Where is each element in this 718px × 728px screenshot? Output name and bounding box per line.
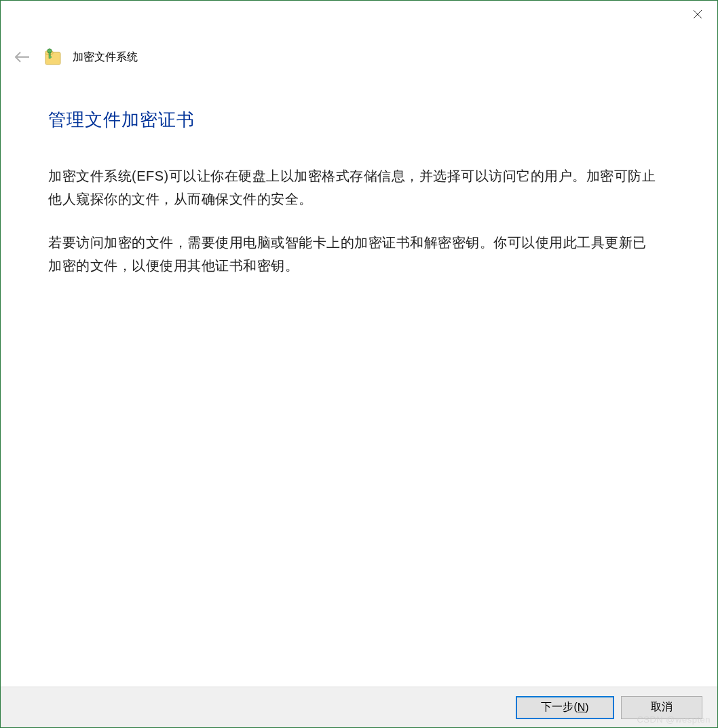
svg-rect-6 [49,56,52,58]
back-button[interactable] [14,49,31,65]
back-arrow-icon [15,52,30,62]
next-button[interactable]: 下一步(N) [516,696,614,719]
wizard-content: 管理文件加密证书 加密文件系统(EFS)可以让你在硬盘上以加密格式存储信息，并选… [1,67,717,277]
wizard-header: 加密文件系统 [1,33,717,67]
intro-paragraph-2: 若要访问加密的文件，需要使用电脑或智能卡上的加密证书和解密密钥。你可以使用此工具… [48,231,659,277]
next-button-suffix: ) [585,702,588,714]
close-icon [693,10,702,19]
app-title: 加密文件系统 [73,50,138,65]
titlebar [1,1,717,33]
efs-folder-key-icon [44,47,62,67]
next-button-accel: N [578,702,586,714]
close-button[interactable] [682,3,713,25]
page-heading: 管理文件加密证书 [48,108,670,132]
next-button-prefix: 下一步( [541,700,577,714]
intro-paragraph-1: 加密文件系统(EFS)可以让你在硬盘上以加密格式存储信息，并选择可以访问它的用户… [48,164,659,211]
cancel-button[interactable]: 取消 [621,696,702,719]
wizard-footer: 下一步(N) 取消 [1,687,717,727]
